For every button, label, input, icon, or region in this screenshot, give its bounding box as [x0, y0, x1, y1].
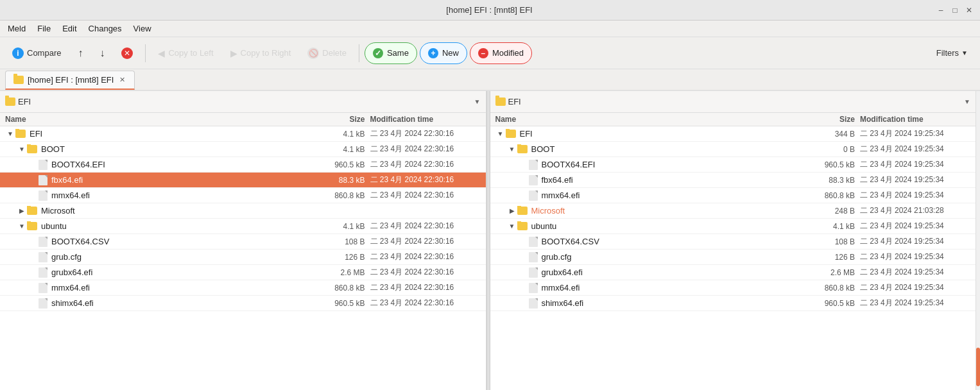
tree-row[interactable]: mmx64.efi860.8 kB二 23 4月 2024 19:25:34 [490, 280, 976, 296]
file-date: 二 23 4月 2024 19:25:34 [855, 298, 970, 309]
tree-name-cell: mmx64.efi [495, 191, 804, 201]
right-pane-path: EFI [508, 97, 965, 106]
tree-row[interactable]: ▼BOOT0 B二 23 4月 2024 19:25:34 [490, 142, 976, 157]
tree-name-cell: shimx64.efi [495, 298, 804, 309]
right-path-dropdown[interactable]: ▼ [964, 98, 970, 105]
menu-changes[interactable]: Changes [83, 22, 127, 35]
tree-toggle[interactable] [520, 176, 528, 184]
menu-meld[interactable]: Meld [3, 22, 31, 35]
tree-toggle[interactable]: ▼ [508, 146, 516, 153]
tree-row[interactable]: BOOTX64.CSV108 B二 23 4月 2024 19:25:34 [490, 234, 976, 250]
tree-row[interactable]: grubx64.efi2.6 MB二 23 4月 2024 19:25:34 [490, 265, 976, 280]
menu-edit[interactable]: Edit [57, 22, 82, 35]
tree-name-cell: grubx64.efi [5, 267, 314, 278]
tree-row[interactable]: ▼ubuntu4.1 kB二 23 4月 2024 22:30:16 [0, 219, 486, 234]
tree-name-cell: grub.cfg [495, 252, 804, 262]
tree-toggle[interactable]: ▼ [18, 146, 26, 153]
file-date: 二 23 4月 2024 22:30:16 [365, 174, 481, 185]
tree-toggle[interactable] [30, 253, 37, 261]
file-size: 860.8 kB [314, 191, 365, 200]
tree-row[interactable]: ▼ubuntu4.1 kB二 23 4月 2024 19:25:34 [490, 219, 976, 234]
tree-row[interactable]: shimx64.efi960.5 kB二 23 4月 2024 19:25:34 [490, 296, 976, 311]
stop-button[interactable]: ✕ [114, 42, 140, 65]
tree-row[interactable]: BOOTX64.EFI960.5 kB二 23 4月 2024 19:25:34 [490, 157, 976, 173]
filters-button[interactable]: Filters ▼ [929, 42, 975, 65]
tree-name-cell: mmx64.efi [5, 283, 314, 293]
tree-toggle[interactable] [30, 192, 37, 199]
tree-row[interactable]: ▶Microsoft248 B二 23 4月 2024 21:03:28 [490, 203, 976, 219]
right-scrollbar[interactable] [976, 91, 980, 390]
compare-button[interactable]: i Compare [5, 42, 68, 65]
tree-toggle[interactable] [30, 176, 37, 184]
tree-row[interactable]: ▼EFI4.1 kB二 23 4月 2024 22:30:16 [0, 126, 486, 142]
scrollbar-thumb[interactable] [976, 348, 980, 386]
tree-row[interactable]: ▼BOOT4.1 kB二 23 4月 2024 22:30:16 [0, 142, 486, 157]
folder-icon [27, 145, 37, 153]
file-date: 二 23 4月 2024 22:30:16 [365, 221, 481, 232]
separator-2 [359, 44, 359, 62]
tree-name-cell: ▼EFI [5, 129, 314, 139]
minimize-button[interactable]: – [935, 4, 947, 16]
close-button[interactable]: ✕ [963, 4, 975, 16]
file-name-label: mmx64.efi [51, 283, 90, 292]
tree-row[interactable]: fbx64.efi88.3 kB二 23 4月 2024 19:25:34 [490, 173, 976, 188]
file-date: 二 23 4月 2024 19:25:34 [855, 221, 970, 232]
tree-toggle[interactable]: ▼ [6, 130, 14, 138]
tree-toggle[interactable]: ▶ [508, 207, 516, 215]
folder-icon [27, 222, 37, 230]
tree-toggle[interactable] [520, 284, 528, 292]
tree-toggle[interactable] [520, 238, 528, 246]
tree-toggle[interactable] [30, 300, 37, 307]
modified-toggle[interactable]: – Modified [470, 42, 532, 64]
tree-toggle[interactable] [30, 284, 37, 292]
tree-toggle[interactable] [30, 238, 37, 246]
tree-row[interactable]: mmx64.efi860.8 kB二 23 4月 2024 19:25:34 [490, 188, 976, 203]
copy-right-button[interactable]: ▶ Copy to Right [223, 42, 298, 65]
menu-file[interactable]: File [32, 22, 56, 35]
maximize-button[interactable]: □ [949, 4, 961, 16]
file-size: 960.5 kB [314, 299, 365, 308]
file-name-label: grubx64.efi [542, 267, 583, 277]
file-size: 344 B [804, 130, 855, 139]
tab-efi[interactable]: [home] EFI : [mnt8] EFI ✕ [5, 71, 135, 90]
delete-button[interactable]: 🚫 Delete [300, 42, 354, 65]
tree-row[interactable]: BOOTX64.CSV108 B二 23 4月 2024 22:30:16 [0, 234, 486, 250]
tree-row[interactable]: fbx64.efi88.3 kB二 23 4月 2024 22:30:16 [0, 173, 486, 188]
tree-toggle[interactable]: ▼ [508, 223, 516, 230]
up-button[interactable]: ↑ [71, 42, 90, 65]
tree-row[interactable]: grub.cfg126 B二 23 4月 2024 19:25:34 [490, 250, 976, 265]
tree-toggle[interactable] [520, 269, 528, 276]
new-toggle[interactable]: + New [420, 42, 467, 64]
tree-toggle[interactable]: ▼ [18, 223, 26, 230]
tree-toggle[interactable] [30, 269, 37, 276]
tree-toggle[interactable]: ▶ [18, 207, 26, 215]
tree-row[interactable]: mmx64.efi860.8 kB二 23 4月 2024 22:30:16 [0, 280, 486, 296]
tree-row[interactable]: mmx64.efi860.8 kB二 23 4月 2024 22:30:16 [0, 188, 486, 203]
tree-toggle[interactable] [30, 161, 37, 169]
left-col-modified: Modification time [365, 115, 481, 124]
file-date: 二 23 4月 2024 19:25:34 [855, 282, 970, 293]
tabs-bar: [home] EFI : [mnt8] EFI ✕ [0, 69, 980, 91]
tree-row[interactable]: BOOTX64.EFI960.5 kB二 23 4月 2024 22:30:16 [0, 157, 486, 173]
right-col-name: Name [495, 115, 804, 124]
tree-row[interactable]: ▼EFI344 B二 23 4月 2024 19:25:34 [490, 126, 976, 142]
same-toggle[interactable]: ✓ Same [365, 42, 417, 64]
folder-icon [27, 207, 37, 215]
tree-row[interactable]: ▶Microsoft [0, 203, 486, 219]
tree-toggle[interactable] [520, 300, 528, 307]
tree-toggle[interactable] [520, 192, 528, 199]
copy-left-button[interactable]: ◀ Copy to Left [151, 42, 220, 65]
file-date: 二 23 4月 2024 19:25:34 [855, 174, 970, 185]
menu-view[interactable]: View [128, 22, 157, 35]
file-size: 4.1 kB [314, 130, 365, 139]
tree-row[interactable]: shimx64.efi960.5 kB二 23 4月 2024 22:30:16 [0, 296, 486, 311]
tree-row[interactable]: grubx64.efi2.6 MB二 23 4月 2024 22:30:16 [0, 265, 486, 280]
tab-close-button[interactable]: ✕ [117, 76, 126, 85]
tree-row[interactable]: grub.cfg126 B二 23 4月 2024 22:30:16 [0, 250, 486, 265]
tree-toggle[interactable] [520, 161, 528, 169]
file-icon [39, 237, 47, 247]
down-button[interactable]: ↓ [92, 42, 112, 65]
tree-toggle[interactable]: ▼ [497, 130, 504, 138]
tree-toggle[interactable] [520, 253, 528, 261]
left-path-dropdown[interactable]: ▼ [474, 98, 481, 105]
